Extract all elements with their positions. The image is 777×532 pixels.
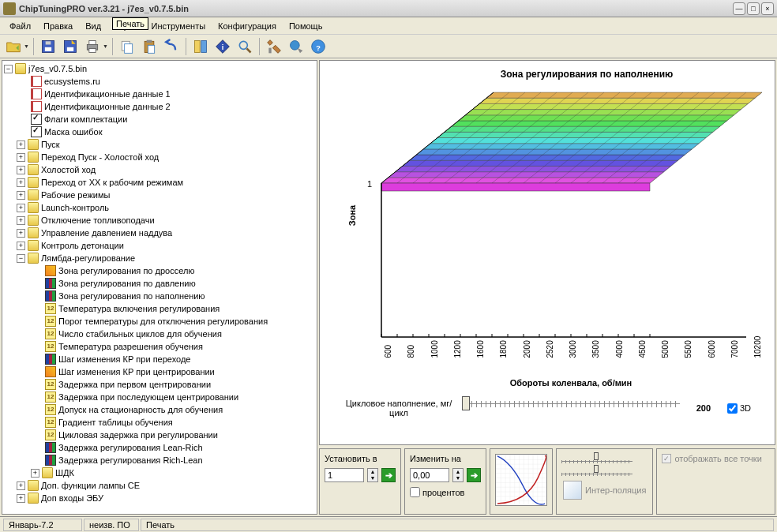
tree-item[interactable]: +Доп. функции лампы CE: [4, 479, 315, 492]
tree-item[interactable]: Зона регулирования по давлению: [4, 277, 315, 290]
statusbar: Январь-7.2 неизв. ПО Печать: [0, 516, 777, 532]
chart-xtick: 3500: [591, 349, 600, 358]
tree-item[interactable]: 12Температура разрешения обучения: [4, 340, 315, 353]
adjust-slider-2[interactable]: [561, 470, 632, 474]
tree-item[interactable]: 12Градиент таблицы обучения: [4, 416, 315, 429]
open-button[interactable]: [3, 36, 24, 57]
paste-button[interactable]: [139, 36, 160, 57]
tree-item[interactable]: Зона регулирования по дросселю: [4, 264, 315, 277]
set-apply-button[interactable]: ➔: [381, 468, 396, 482]
bars-icon: [45, 442, 56, 453]
tree-item[interactable]: −Лямбда-регулирование: [4, 252, 315, 264]
tree-item[interactable]: Идентификационные данные 1: [4, 88, 315, 100]
compare-button[interactable]: [190, 36, 211, 57]
open-dropdown-icon[interactable]: ▼: [24, 43, 29, 49]
config-button[interactable]: [286, 36, 306, 57]
tree-item[interactable]: +Управление давлением наддува: [4, 227, 315, 239]
adjust-slider-1[interactable]: [561, 457, 632, 462]
tree-item[interactable]: 12Допуск на стационарность для обучения: [4, 403, 315, 416]
set-value-box: Установить в ▲▼ ➔: [319, 448, 401, 515]
tools-button[interactable]: [264, 36, 284, 57]
change-apply-button[interactable]: ➔: [467, 468, 481, 482]
checkbox-3d-input[interactable]: [727, 403, 738, 414]
close-button[interactable]: ×: [761, 2, 774, 15]
curve-preview[interactable]: [495, 454, 547, 506]
svg-marker-30: [430, 138, 706, 144]
tree-item[interactable]: +Доп входы ЭБУ: [4, 492, 315, 504]
show-all-points-checkbox: ✓ отображать все точки: [662, 454, 770, 463]
tree-item[interactable]: +Переход от ХХ к рабочим режимам: [4, 176, 315, 189]
svg-marker-34: [459, 115, 734, 121]
tree-item[interactable]: +ШДК: [4, 466, 315, 479]
change-spinner[interactable]: ▲▼: [452, 468, 464, 482]
tree-item[interactable]: Шаг изменения КР при центрировании: [4, 365, 315, 378]
curve-preview-box: [490, 448, 553, 515]
tree-item[interactable]: 12Число стабильных циклов для обучения: [4, 328, 315, 340]
menu-config[interactable]: Конфигурация: [212, 20, 283, 32]
tree-item[interactable]: Задержка регулирования Lean-Rich: [4, 441, 315, 454]
percent-checkbox[interactable]: процентов: [410, 487, 481, 497]
tree-item[interactable]: Идентификационные данные 2: [4, 100, 315, 113]
tree-item[interactable]: +Переход Пуск - Холостой ход: [4, 151, 315, 163]
tree-item[interactable]: Задержка регулирования Rich-Lean: [4, 454, 315, 466]
tree-item[interactable]: Зона регулирования по наполнению: [4, 290, 315, 302]
help-button[interactable]: ?: [308, 36, 328, 57]
tree-item[interactable]: ecusystems.ru: [4, 75, 315, 88]
undo-button[interactable]: [161, 36, 182, 57]
menu-file[interactable]: Файл: [3, 20, 37, 32]
menu-tools[interactable]: Инструменты: [145, 20, 212, 32]
svg-marker-39: [381, 183, 650, 191]
chart-xtick: 1000: [430, 349, 438, 358]
toolbar: ▼ ▼ i ?: [0, 35, 777, 58]
tree-item[interactable]: +Launch-контроль: [4, 201, 315, 214]
adjust-sliders-box: Интер-поляция: [556, 448, 653, 515]
num-icon: 12: [45, 404, 56, 415]
tree-item[interactable]: 12Цикловая задержка при регулировании: [4, 429, 315, 441]
save-button[interactable]: [38, 36, 58, 57]
maximize-button[interactable]: □: [747, 2, 760, 15]
menu-help[interactable]: Помощь: [283, 20, 329, 32]
num-icon: 12: [45, 392, 56, 403]
tree-item[interactable]: 12Температура включения регулирования: [4, 302, 315, 315]
slice-slider[interactable]: [462, 403, 680, 419]
menu-view[interactable]: Вид: [79, 20, 107, 32]
tree-item[interactable]: +Контроль детонации: [4, 239, 315, 252]
svg-rect-9: [125, 43, 133, 53]
copy-button[interactable]: [117, 36, 137, 57]
checkbox-3d[interactable]: 3D: [727, 403, 751, 414]
tree-item[interactable]: Маска ошибок: [4, 126, 315, 138]
percent-checkbox-input[interactable]: [410, 487, 420, 497]
change-input[interactable]: [410, 468, 449, 482]
print-button[interactable]: [82, 36, 103, 57]
tree-root[interactable]: −j7es_v0.7.5.bin: [4, 62, 315, 75]
tree-item[interactable]: 12Задержка при последующем центрировании: [4, 391, 315, 403]
minimize-button[interactable]: —: [733, 2, 745, 15]
controls-row: Установить в ▲▼ ➔ Изменить на ▲▼ ➔ проце…: [319, 448, 775, 515]
svg-text:i: i: [222, 43, 224, 51]
tree-item[interactable]: 12Порог температуры для отключения регул…: [4, 315, 315, 328]
tree-item[interactable]: Флаги комплектации: [4, 113, 315, 126]
chart-xtick: 4000: [614, 349, 623, 358]
chart-xlabel: Обороты коленвала, об/мин: [375, 378, 767, 388]
tree-item[interactable]: +Рабочие режимы: [4, 189, 315, 201]
menu-edit[interactable]: Правка: [37, 20, 79, 32]
tree-panel[interactable]: −j7es_v0.7.5.binecusystems.ruИдентификац…: [2, 60, 317, 515]
chart-xtick: 3000: [569, 349, 577, 358]
saveas-button[interactable]: [60, 36, 81, 57]
interpolate-button[interactable]: Интер-поляция: [561, 479, 648, 501]
tree-item[interactable]: Шаг изменения КР при переходе: [4, 353, 315, 365]
svg-marker-29: [423, 144, 699, 149]
tree-item[interactable]: +Отключение топливоподачи: [4, 214, 315, 227]
info-button[interactable]: i: [212, 36, 233, 57]
num-icon: 12: [45, 303, 56, 314]
set-spinner[interactable]: ▲▼: [367, 468, 378, 482]
folder-icon: [28, 215, 39, 226]
chart-xtick: 800: [407, 349, 415, 358]
tree-item[interactable]: +Пуск: [4, 138, 315, 151]
tree-item[interactable]: 12Задержка при первом центрировании: [4, 378, 315, 391]
set-input[interactable]: [325, 468, 364, 482]
search-button[interactable]: [235, 36, 255, 57]
print-dropdown-icon[interactable]: ▼: [103, 43, 108, 49]
tree-item[interactable]: +Холостой ход: [4, 163, 315, 176]
chart-3d[interactable]: Зона 1 600800100012001600180020002520300…: [351, 84, 762, 353]
